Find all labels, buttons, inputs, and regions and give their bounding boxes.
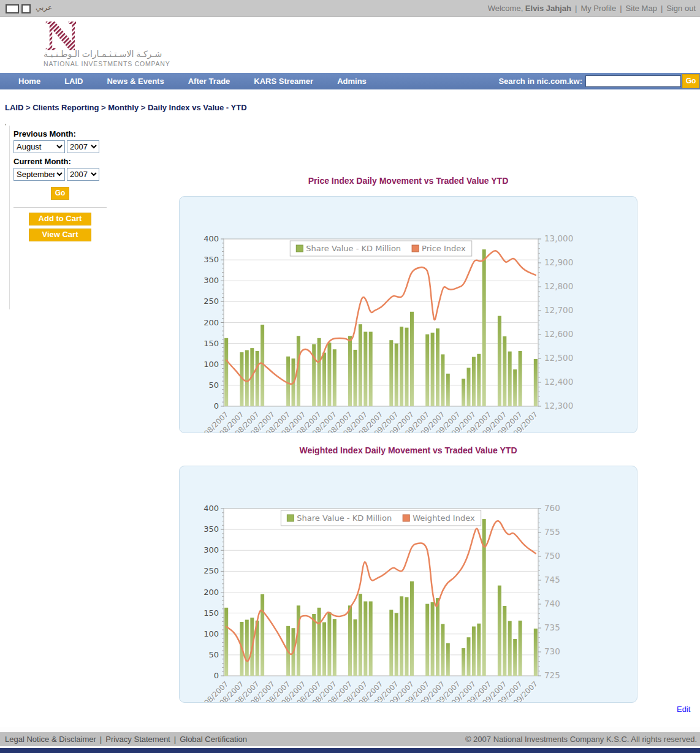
chart-svg: 0501001502002503003504007257307357407457… xyxy=(180,466,637,702)
bar xyxy=(498,316,501,406)
bar xyxy=(477,624,481,676)
svg-text:50: 50 xyxy=(208,650,219,659)
nav-item-news-events[interactable]: News & Events xyxy=(107,77,164,86)
chart-price-index: 05010015020025030035040012,30012,40012,5… xyxy=(179,196,637,433)
global-certification-link[interactable]: Global Certification xyxy=(180,735,247,744)
svg-text:350: 350 xyxy=(204,524,219,534)
nav-item-after-trade[interactable]: After Trade xyxy=(188,77,230,86)
bar xyxy=(224,338,228,406)
edit-link[interactable]: Edit xyxy=(677,705,690,714)
footer-links: Legal Notice & Disclaimer|Privacy Statem… xyxy=(5,735,247,744)
svg-text:750: 750 xyxy=(544,551,560,561)
bar xyxy=(389,610,393,676)
svg-text:400: 400 xyxy=(204,504,219,513)
chart-title-weighted-index: Weighted Index Daily Movement vs Traded … xyxy=(179,445,637,455)
nav-item-home[interactable]: Home xyxy=(18,77,40,86)
svg-text:300: 300 xyxy=(204,276,219,285)
current-month-label: Current Month: xyxy=(13,157,107,166)
breadcrumb: LAID > Clients Reporting > Monthly > Dai… xyxy=(5,103,247,112)
svg-text:150: 150 xyxy=(204,339,219,348)
svg-text:0: 0 xyxy=(214,401,219,411)
footer-bar: Legal Notice & Disclaimer|Privacy Statem… xyxy=(0,732,700,746)
logo-english-text: NATIONAL INVESTMENTS COMPANY xyxy=(44,60,170,67)
bar xyxy=(348,605,352,676)
bar xyxy=(369,332,373,407)
bar xyxy=(431,333,435,406)
bar xyxy=(436,598,439,676)
site-search: Search in nic.com.kw: Go xyxy=(498,74,699,88)
legend: Share Value - KD MillionPrice Index xyxy=(290,241,471,256)
bottom-accent-strip xyxy=(0,748,700,753)
svg-text:200: 200 xyxy=(204,588,219,597)
svg-text:50: 50 xyxy=(208,380,219,390)
welcome-text: Welcome, xyxy=(488,4,525,13)
svg-text:12,500: 12,500 xyxy=(544,353,573,363)
bar xyxy=(519,351,522,406)
previous-year-select[interactable]: 2007 xyxy=(67,140,99,153)
chart-svg: 05010015020025030035040012,30012,40012,5… xyxy=(180,197,637,433)
view-cart-button[interactable]: View Cart xyxy=(29,229,91,241)
previous-month-select[interactable]: August xyxy=(13,140,65,153)
svg-text:100: 100 xyxy=(204,629,219,638)
my-profile-link[interactable]: My Profile xyxy=(580,4,616,13)
layout-wide-icon[interactable] xyxy=(6,4,19,13)
bar xyxy=(245,620,249,676)
svg-text:12,400: 12,400 xyxy=(544,377,573,387)
chart-weighted-index: 0501001502002503003504007257307357407457… xyxy=(179,466,637,703)
nav-item-kars-streamer[interactable]: KARS Streamer xyxy=(254,77,313,86)
search-input[interactable] xyxy=(585,75,681,87)
legal-notice-link[interactable]: Legal Notice & Disclaimer xyxy=(5,735,96,744)
bar xyxy=(425,335,429,406)
svg-text:12,900: 12,900 xyxy=(544,257,573,267)
svg-text:730: 730 xyxy=(544,646,560,656)
bar xyxy=(395,613,398,676)
bar xyxy=(256,351,259,406)
months-go-button[interactable]: Go xyxy=(51,187,69,200)
bar xyxy=(441,354,444,406)
privacy-statement-link[interactable]: Privacy Statement xyxy=(105,735,170,744)
bar xyxy=(389,340,393,406)
bar xyxy=(312,344,316,406)
bar xyxy=(519,621,522,676)
svg-text:N: N xyxy=(44,18,76,53)
nav-item-admins[interactable]: Admins xyxy=(337,77,367,86)
search-go-button[interactable]: Go xyxy=(682,74,699,88)
legend: Share Value - KD MillionWeighted Index xyxy=(281,510,481,526)
layout-narrow-icon[interactable] xyxy=(21,4,31,13)
add-to-cart-button[interactable]: Add to Cart xyxy=(29,213,91,225)
bar xyxy=(261,594,264,676)
current-month-select[interactable]: September xyxy=(13,168,65,181)
svg-text:400: 400 xyxy=(204,234,219,243)
svg-text:150: 150 xyxy=(204,608,219,618)
site-map-link[interactable]: Site Map xyxy=(626,4,657,13)
svg-text:12,700: 12,700 xyxy=(544,305,573,315)
bar xyxy=(405,597,409,676)
bar xyxy=(446,643,450,676)
svg-text:100: 100 xyxy=(204,360,219,369)
bar xyxy=(513,639,517,676)
bar xyxy=(513,369,517,406)
stray-character: ' xyxy=(5,123,6,130)
user-name: Elvis Jahjah xyxy=(525,4,571,13)
footer-copyright: © 2007 National Investments Company K.S.… xyxy=(465,735,697,744)
bar xyxy=(322,353,326,406)
svg-text:250: 250 xyxy=(204,566,219,575)
bar xyxy=(498,586,501,676)
svg-text:300: 300 xyxy=(204,545,219,554)
svg-text:13,000: 13,000 xyxy=(544,233,573,243)
sign-out-link[interactable]: Sign out xyxy=(666,4,696,13)
bar xyxy=(477,354,481,406)
nav-item-laid[interactable]: LAID xyxy=(64,77,83,86)
bar xyxy=(472,357,476,407)
bar xyxy=(245,350,249,407)
bar xyxy=(462,648,465,676)
page-header: N شـركـة الاسـتـثـمـارات الـوطـنـيـة NAT… xyxy=(0,17,700,73)
bar xyxy=(348,336,352,406)
svg-text:740: 740 xyxy=(544,599,560,608)
sidebar-divider xyxy=(13,207,107,208)
bar xyxy=(224,608,228,676)
bar xyxy=(446,374,450,406)
current-year-select[interactable]: 2007 xyxy=(67,168,99,181)
language-toggle-arabic[interactable]: عربي xyxy=(36,3,52,12)
bar xyxy=(508,352,512,406)
